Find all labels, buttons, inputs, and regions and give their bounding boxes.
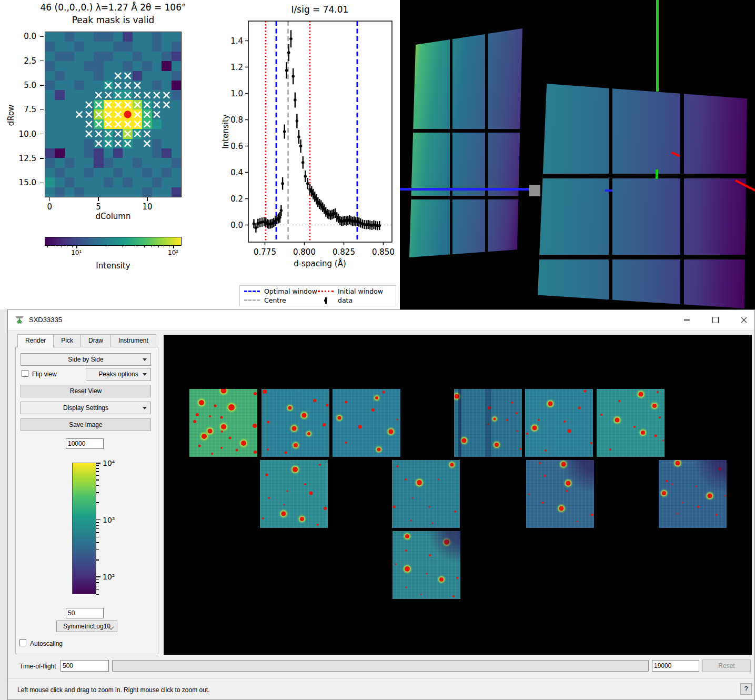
vertical-axis-segment bbox=[656, 169, 658, 179]
chevron-down-icon bbox=[143, 373, 147, 376]
scale-type-dropdown[interactable]: SymmetricLog10 bbox=[56, 621, 117, 632]
y-tick bbox=[40, 109, 44, 111]
x-tick-label: 0 bbox=[38, 202, 61, 212]
detector-bank-3d-left bbox=[409, 28, 522, 257]
optimal-window-swatch bbox=[244, 291, 260, 292]
display-settings-dropdown[interactable]: Display Settings bbox=[21, 402, 151, 414]
minimize-button[interactable] bbox=[679, 314, 694, 326]
reset-view-button[interactable]: Reset View bbox=[21, 385, 151, 397]
tab-instrument[interactable]: Instrument bbox=[110, 334, 156, 347]
tab-bar: Render Pick Draw Instrument bbox=[17, 334, 156, 347]
horizontal-axis-line bbox=[400, 188, 529, 191]
detector-render-view[interactable] bbox=[164, 335, 752, 655]
tof-slider[interactable] bbox=[112, 660, 649, 672]
x-tick bbox=[147, 197, 148, 201]
y-tick-label: 5.0 bbox=[12, 81, 36, 89]
instrument-3d-view[interactable] bbox=[400, 0, 755, 309]
detected-peak bbox=[641, 431, 645, 435]
desktop-gutter bbox=[0, 309, 7, 700]
detected-peak bbox=[345, 401, 347, 403]
colorbar-major-tick bbox=[96, 576, 100, 577]
tab-draw[interactable]: Draw bbox=[80, 334, 111, 347]
detected-peak bbox=[600, 414, 602, 416]
detected-peak bbox=[519, 448, 521, 450]
detector-panel[interactable] bbox=[260, 460, 328, 528]
colorbar-tick-label: 10² bbox=[103, 573, 115, 581]
detected-peak bbox=[718, 467, 721, 471]
svg-text:0.800: 0.800 bbox=[293, 247, 316, 257]
detected-peak bbox=[396, 419, 398, 421]
detected-peak bbox=[539, 462, 541, 464]
detected-peak bbox=[405, 549, 407, 552]
detected-peak bbox=[377, 447, 380, 451]
peaks-options-dropdown[interactable]: Peaks options bbox=[86, 368, 151, 381]
detector-panel[interactable] bbox=[525, 389, 593, 457]
detected-peak bbox=[532, 425, 537, 430]
scale-max-input[interactable] bbox=[66, 438, 104, 449]
detected-peak bbox=[253, 424, 257, 428]
window-titlebar[interactable]: SXD33335 bbox=[8, 310, 754, 331]
detected-peak bbox=[652, 404, 657, 408]
detected-peak bbox=[618, 400, 620, 402]
svg-text:1.4: 1.4 bbox=[230, 36, 243, 46]
detected-peak bbox=[544, 475, 546, 477]
y-tick bbox=[40, 134, 44, 135]
flip-view-label: Flip view bbox=[32, 371, 57, 378]
detector-panel[interactable] bbox=[392, 460, 460, 528]
colorbar-minor-tick bbox=[96, 532, 99, 533]
detected-peak bbox=[281, 511, 286, 516]
intensity-colorbar[interactable] bbox=[72, 463, 96, 594]
detected-peak bbox=[300, 517, 304, 521]
maximize-button[interactable] bbox=[708, 314, 723, 326]
detected-peak bbox=[267, 448, 269, 451]
detected-peak bbox=[229, 436, 231, 439]
detector-panel[interactable] bbox=[526, 460, 594, 528]
colorbar-tick bbox=[76, 246, 77, 248]
svg-text:0.0: 0.0 bbox=[230, 221, 243, 230]
view-mode-dropdown[interactable]: Side by Side bbox=[21, 353, 151, 366]
detected-peak bbox=[199, 400, 204, 405]
close-button[interactable] bbox=[736, 314, 752, 326]
tab-render[interactable]: Render bbox=[17, 334, 54, 347]
detector-panel[interactable] bbox=[261, 389, 329, 457]
detected-peak bbox=[456, 577, 458, 579]
detected-peak bbox=[220, 416, 223, 419]
detector-panel[interactable] bbox=[659, 460, 727, 528]
scale-min-input[interactable] bbox=[66, 608, 104, 618]
y-tick-label: 12.5 bbox=[12, 154, 36, 163]
autoscaling-checkbox[interactable] bbox=[19, 639, 26, 646]
detected-peak bbox=[323, 423, 326, 426]
peaks-options-value: Peaks options bbox=[98, 371, 138, 378]
detected-peak bbox=[267, 421, 269, 424]
detector-panel[interactable] bbox=[392, 531, 460, 599]
detected-peak bbox=[302, 413, 307, 418]
colorbar-minor-tick bbox=[96, 485, 99, 486]
detected-peak bbox=[506, 419, 508, 421]
detector-panel[interactable] bbox=[333, 389, 400, 457]
maximize-icon bbox=[712, 317, 719, 323]
tab-pick[interactable]: Pick bbox=[53, 334, 81, 347]
flip-view-checkbox[interactable] bbox=[22, 370, 28, 377]
legend-label: data bbox=[338, 296, 353, 304]
peak-profile-plot[interactable]: I/sig = 74.01 d-spacing (Å) Intensity 0.… bbox=[221, 0, 400, 311]
detector-panel[interactable] bbox=[597, 389, 665, 457]
detected-peak bbox=[707, 494, 712, 498]
detected-peak bbox=[324, 507, 327, 510]
detector-panel[interactable] bbox=[189, 389, 257, 457]
save-image-button[interactable]: Save image bbox=[21, 418, 151, 431]
svg-text:0.8: 0.8 bbox=[230, 115, 243, 125]
detected-peak bbox=[207, 428, 212, 433]
detected-peak bbox=[410, 519, 412, 521]
help-button[interactable]: ? bbox=[740, 683, 752, 695]
tof-max-input[interactable] bbox=[652, 660, 699, 672]
x-tick bbox=[49, 197, 51, 201]
colorbar-minor-tick bbox=[96, 589, 99, 591]
peak-mask-markers bbox=[45, 32, 181, 197]
peak-heatmap[interactable] bbox=[45, 32, 182, 197]
detector-panel[interactable] bbox=[454, 389, 522, 457]
detected-peak bbox=[214, 405, 217, 407]
reset-button[interactable]: Reset bbox=[702, 659, 751, 672]
tof-min-input[interactable] bbox=[61, 660, 109, 672]
detected-peak bbox=[609, 448, 611, 451]
detected-peak bbox=[309, 492, 313, 495]
